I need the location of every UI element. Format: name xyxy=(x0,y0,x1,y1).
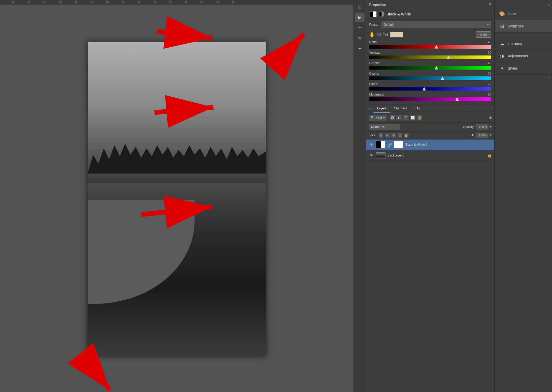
tint-checkbox[interactable] xyxy=(377,33,381,36)
toolbar: ⊞ ▶ ✛ ⚒ ✒ xyxy=(354,0,366,392)
side-tab-swatches[interactable]: ⊞ Swatches xyxy=(495,20,552,32)
color-icon: 🎨 xyxy=(499,11,505,17)
slider-thumb-blues[interactable] xyxy=(422,87,426,91)
bw-adjustment-icon xyxy=(369,11,377,17)
ruler-mark: 25 xyxy=(37,1,52,4)
auto-button[interactable]: Auto xyxy=(476,31,491,38)
preset-dropdown-arrow xyxy=(487,24,489,25)
slider-label-yellows: Yellows: xyxy=(369,51,381,54)
lock-row: Lock: ⊞ ✏ ✛ ⊡ 🔒 Fill: 100% xyxy=(366,131,494,139)
brush-tool-button[interactable]: ⚒ xyxy=(355,33,365,43)
styles-icon: ✦ xyxy=(499,65,505,71)
tab-info[interactable]: Info xyxy=(411,104,423,113)
opacity-label: Opacity: xyxy=(463,125,474,129)
side-tab-swatches-label: Swatches xyxy=(508,24,524,28)
ruler-mark: 28 xyxy=(84,1,100,4)
lock-transparent-icon[interactable]: ⊞ xyxy=(378,133,384,138)
side-tab-adjustments[interactable]: ◑ Adjustments xyxy=(495,50,552,62)
grid-tool-button[interactable]: ⊞ xyxy=(355,2,365,12)
side-tab-styles[interactable]: ✦ Styles xyxy=(495,62,552,75)
ruler-mark: 35 xyxy=(194,1,209,4)
beach-curve xyxy=(88,200,195,304)
layer-chain-bw: 🔗 xyxy=(388,141,392,148)
slider-track-yellows[interactable] xyxy=(369,55,491,59)
pen-tool-button[interactable]: ✒ xyxy=(355,44,365,53)
layer-item-background[interactable]: 👁 Background 🔒 xyxy=(366,150,494,161)
filter-icon-adjustment[interactable]: ◐ xyxy=(396,115,402,121)
ruler-marks: 23 24 25 26 27 28 29 30 31 32 33 34 35 3… xyxy=(5,0,241,5)
target-tool-button[interactable]: ✛ xyxy=(355,23,365,32)
canvas-image-container xyxy=(0,5,354,392)
slider-track-greens[interactable] xyxy=(369,66,491,70)
layer-mask-bw xyxy=(394,141,403,148)
ruler-mark: 24 xyxy=(21,1,37,4)
tint-row: ✋ Tint Auto xyxy=(366,30,494,39)
slider-label-reds: Reds: xyxy=(369,40,377,44)
slider-label-magentas: Magentas: xyxy=(369,93,384,96)
slider-value-greens: 40 xyxy=(488,61,491,65)
tint-swatch[interactable] xyxy=(390,32,403,37)
layers-close-button[interactable]: × xyxy=(366,105,373,112)
kind-select[interactable]: 🔍 Kind xyxy=(369,115,387,121)
slider-thumb-yellows[interactable] xyxy=(447,55,450,59)
slider-track-blues[interactable] xyxy=(369,87,491,91)
slider-row-blues: Blues: 20 xyxy=(369,82,491,91)
slider-thumb-cyans[interactable] xyxy=(441,76,444,80)
layer-item-bw[interactable]: 👁 🔗 Black & White 1 xyxy=(366,139,494,150)
layers-menu-icon[interactable]: ≡ xyxy=(487,105,494,112)
layer-visibility-bw[interactable]: 👁 xyxy=(369,142,374,147)
filter-icon-type[interactable]: T xyxy=(403,115,409,121)
layers-header: × Layers Channels Info ≡ xyxy=(366,104,494,113)
filter-icon-shape[interactable]: ⬜ xyxy=(410,115,416,121)
blend-mode-select[interactable]: Normal xyxy=(369,124,400,130)
slider-value-magentas: 80 xyxy=(488,93,491,96)
slider-thumb-reds[interactable] xyxy=(434,45,438,49)
slider-label-blues: Blues: xyxy=(369,82,378,86)
preset-select[interactable]: Default xyxy=(381,21,491,28)
photo-canvas[interactable] xyxy=(88,42,266,356)
slider-row-cyans: Cyans: 60 xyxy=(369,72,491,80)
filter-icons: 🖼 ◐ T ⬜ 🔒 xyxy=(389,115,422,121)
lock-move-icon[interactable]: ✛ xyxy=(391,133,396,138)
slider-thumb-greens[interactable] xyxy=(434,66,438,70)
slider-track-cyans[interactable] xyxy=(369,76,491,80)
slider-value-yellows: 60 xyxy=(488,51,491,54)
lock-paint-icon[interactable]: ✏ xyxy=(385,133,390,138)
properties-toolbar: Black & White xyxy=(366,9,494,19)
tab-channels[interactable]: Channels xyxy=(390,104,411,113)
hand-icon: ✋ xyxy=(369,32,375,37)
ruler-mark: 37 xyxy=(225,1,241,4)
ruler-mark: 32 xyxy=(147,1,162,4)
swatches-icon: ⊞ xyxy=(499,23,505,29)
slider-row-reds: Reds: 40 xyxy=(369,40,491,49)
tab-layers[interactable]: Layers xyxy=(373,104,390,113)
filter-icon-image[interactable]: 🖼 xyxy=(389,115,395,121)
slider-track-reds[interactable] xyxy=(369,45,491,49)
layers-tabs: Layers Channels Info xyxy=(373,104,487,113)
play-tool-button[interactable]: ▶ xyxy=(355,13,365,22)
lock-icons: ⊞ ✏ ✛ ⊡ 🔒 xyxy=(378,133,409,138)
properties-menu-icon[interactable]: ≡ xyxy=(489,2,491,7)
adjustments-icon: ◑ xyxy=(499,53,505,59)
filter-icon-smart[interactable]: 🔒 xyxy=(417,115,422,121)
lock-all-icon[interactable]: 🔒 xyxy=(404,133,409,138)
preset-label: Preset: xyxy=(369,23,379,26)
slider-label-greens: Greens: xyxy=(369,61,380,65)
kind-dropdown-arrow xyxy=(383,117,385,119)
opacity-control: Opacity: 100% xyxy=(463,124,492,130)
side-tab-libraries[interactable]: ☁ Libraries xyxy=(495,38,552,50)
side-tab-styles-label: Styles xyxy=(508,66,518,70)
side-tab-color[interactable]: 🎨 Color xyxy=(495,8,552,20)
side-tab-libraries-label: Libraries xyxy=(508,42,522,46)
filter-active-dot xyxy=(489,116,492,119)
layer-visibility-background[interactable]: 👁 xyxy=(369,153,374,158)
fill-value[interactable]: 100% xyxy=(476,132,489,138)
slider-thumb-magentas[interactable] xyxy=(455,97,459,101)
lock-artboard-icon[interactable]: ⊡ xyxy=(397,133,402,138)
opacity-value[interactable]: 100% xyxy=(476,124,489,130)
slider-value-cyans: 60 xyxy=(488,72,491,75)
preset-row: Preset: Default xyxy=(366,19,494,30)
slider-track-magentas[interactable] xyxy=(369,97,491,101)
circle-adjustment-icon xyxy=(379,11,384,17)
slider-row-greens: Greens: 40 xyxy=(369,61,491,70)
